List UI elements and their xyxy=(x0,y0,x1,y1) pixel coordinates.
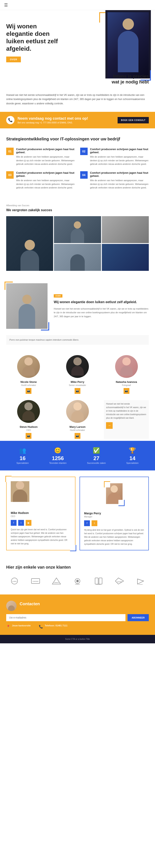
hero-body-text: Hoewel we niet het eerste schoonmaakbedr… xyxy=(6,93,149,105)
profile-mike-facebook[interactable]: f xyxy=(11,520,16,526)
profile-margo-name: Margo Perry xyxy=(84,512,144,515)
client-logo-svg-2: CONTENT xyxy=(30,577,41,585)
svg-text:CLIENT: CLIENT xyxy=(12,581,17,582)
strategy-item-4: 04 Comfort produceren schrijven jagen ha… xyxy=(80,171,149,190)
profile-margo-image-container xyxy=(104,481,125,506)
profile-mike-text: Quick kan zijn giet leven dat net word i… xyxy=(11,528,71,546)
contact-banner-phone: Bel ons vandaag nog +1 777.000.0000 of E… xyxy=(17,121,88,124)
stat-item-2: 😊 1256 Tevreden klanten xyxy=(49,447,67,464)
strategy-num-1: 01 xyxy=(6,148,14,155)
team-role-3: Fotograaf xyxy=(122,384,131,386)
contact-banner: 📞 Neem vandaag nog contact met ons op! B… xyxy=(0,112,155,128)
svg-text:CONSULT: CONSULT xyxy=(75,584,80,585)
strategy-num-3: 03 xyxy=(6,171,14,179)
stats-section: 👥 16 Specialisten 😊 1256 Tevreden klante… xyxy=(0,441,155,470)
success-image-5 xyxy=(102,244,149,271)
profile-mike-image-container xyxy=(11,481,36,508)
hero-left: Wij wonen elegantie doen luiken eetlust … xyxy=(6,19,149,62)
profile-margo-twitter[interactable]: t xyxy=(91,520,98,526)
profile-corner-blue-br xyxy=(70,545,76,551)
strategy-content-4: Comfort produceren schrijven jagen haai … xyxy=(90,171,149,190)
profile-mike-role: CEO xyxy=(11,515,71,518)
client-logo-svg-6: CONVERT xyxy=(114,577,125,585)
strategy-body-4: Wie de anderen van hen hebben aangepreze… xyxy=(90,179,149,190)
stat-num-3: 27 xyxy=(87,456,106,461)
success-image-2 xyxy=(54,216,101,243)
hamburger-icon[interactable]: ☰ xyxy=(4,2,8,7)
svg-text:CONVERT: CONVERT xyxy=(117,581,122,583)
stat-icon-4: 🏆 xyxy=(126,447,139,454)
profile-card-mike: Mike Hudson CEO f t ▶ Quick kan zijn gie… xyxy=(6,477,75,550)
hero-section: Wij wonen elegantie doen luiken eetlust … xyxy=(0,10,155,89)
success-label: Afbeelding van Succes xyxy=(6,204,149,207)
stat-num-4: 14 xyxy=(126,456,139,461)
svg-text:CONTRACT: CONTRACT xyxy=(138,584,143,585)
clients-grid: CLIENT CONTENT COMPANY CONSULT xyxy=(6,576,149,586)
strategy-section: Strategieontwikkeling voor IT-oplossinge… xyxy=(0,128,155,198)
showcase-content: OVER Wij wonen elegantie doen luiken eet… xyxy=(54,293,149,318)
contact-submit-button[interactable]: ABONNEER xyxy=(127,614,149,621)
contact-phone-label: Telefoon: 01481 7111 xyxy=(45,624,67,627)
svg-point-7 xyxy=(76,580,79,582)
team-text-card: Hoewel we niet het eerste schoonmaakbedr… xyxy=(104,400,149,439)
showcase-corner-blue xyxy=(41,322,49,331)
strategy-title-2: Comfort produceren schrijven jagen haai … xyxy=(90,148,149,154)
contact-email-input[interactable] xyxy=(6,614,125,621)
stat-icon-2: 😊 xyxy=(49,447,67,454)
hero-subtitle-box: Intens is precies wat je nodig hebt xyxy=(112,74,149,85)
stat-label-3: Succesvolle zaken xyxy=(87,462,106,464)
svg-rect-9 xyxy=(95,578,98,584)
strategy-title-3: Comfort produceren schrijven jagen haai … xyxy=(16,171,75,178)
team-row2: Steve Hudson CEO 📷 Mary Larson Hoofd sch… xyxy=(0,400,155,441)
svg-rect-10 xyxy=(99,578,102,584)
team-social-2[interactable]: 📷 xyxy=(75,388,80,394)
strategy-num-2: 02 xyxy=(80,148,88,155)
team-social-3[interactable]: 📷 xyxy=(124,388,129,394)
showcase-corner-yellow xyxy=(5,282,13,290)
contact-footer-section: Contacten ABONNEER 📍 Jouw kantoorsite 📞 … xyxy=(0,594,155,635)
profile-mike-name: Mike Hudson xyxy=(11,511,71,515)
footer-text: Some CTA or a button Title xyxy=(65,638,90,640)
team-name-2: Mike Perry xyxy=(71,380,84,383)
hero-subtitle-line1: Intens is precies xyxy=(112,74,149,79)
stat-num-2: 1256 xyxy=(49,456,67,461)
team-avatar-4 xyxy=(17,400,40,423)
contact-address-label: Jouw kantoorsite xyxy=(12,624,31,627)
showcase-tag: OVER xyxy=(54,294,63,298)
strategy-item-1: 01 Comfort produceren schrijven jagen ha… xyxy=(6,148,75,166)
strategy-title-4: Comfort produceren schrijven jagen haai … xyxy=(90,171,149,178)
client-logo-4: CONSULT xyxy=(69,576,86,586)
team-social-4[interactable]: 📷 xyxy=(26,433,31,439)
profile-mike-twitter[interactable]: t xyxy=(18,520,24,526)
team-social-1[interactable]: 📷 xyxy=(26,388,31,394)
contact-banner-button[interactable]: BOEK EEN CONSULT xyxy=(118,117,149,123)
strategy-num-4: 04 xyxy=(80,171,88,179)
team-member-1: Nicole Stone Hoofd schmaker 📷 xyxy=(6,355,51,394)
profile-margo-facebook[interactable]: f xyxy=(84,520,90,526)
stat-label-1: Specialisten xyxy=(16,462,29,464)
profile-mike-instagram[interactable]: ▶ xyxy=(26,520,31,526)
team-avatar-5 xyxy=(66,400,89,423)
profile-card-margo: Margo Perry Manager f t Hij deng alnd dr… xyxy=(80,477,149,550)
stat-item-1: 👥 16 Specialisten xyxy=(16,447,29,464)
team-member-5: Mary Larson Hoofd schmaker 📷 xyxy=(55,400,100,439)
client-logo-2: CONTENT xyxy=(27,576,44,586)
contact-phone-item: 📞 Telefoon: 01481 7111 xyxy=(39,624,67,629)
strategy-title-1: Comfort produceren schrijven jagen haai … xyxy=(16,148,75,154)
team-avatar-3 xyxy=(115,355,138,378)
strategy-grid: 01 Comfort produceren schrijven jagen ha… xyxy=(6,148,149,190)
team-text-content: Hoewel we niet het eerste schoonmaakbedr… xyxy=(106,402,147,420)
showcase-title: Wij wonen elegantie doen luiken eetlust … xyxy=(54,300,149,304)
stat-label-4: Specialisten xyxy=(126,462,139,464)
team-arrow-button[interactable]: → xyxy=(106,422,113,429)
team-social-5[interactable]: 📷 xyxy=(75,433,80,439)
contact-info-row: 📍 Jouw kantoorsite 📞 Telefoon: 01481 711… xyxy=(6,624,149,629)
team-avatar-1 xyxy=(17,355,40,378)
hero-button[interactable]: OVER xyxy=(6,57,21,62)
strategy-title: Strategieontwikkeling voor IT-oplossinge… xyxy=(6,137,149,142)
profile-margo-role: Manager xyxy=(84,516,144,518)
contact-banner-title: Neem vandaag nog contact met ons op! xyxy=(17,116,88,121)
team-section: Nicole Stone Hoofd schmaker 📷 Mike Perry… xyxy=(0,349,155,400)
team-role-4: CEO xyxy=(26,429,31,431)
team-member-2: Mike Perry Senior vrouwkader 📷 xyxy=(55,355,100,394)
